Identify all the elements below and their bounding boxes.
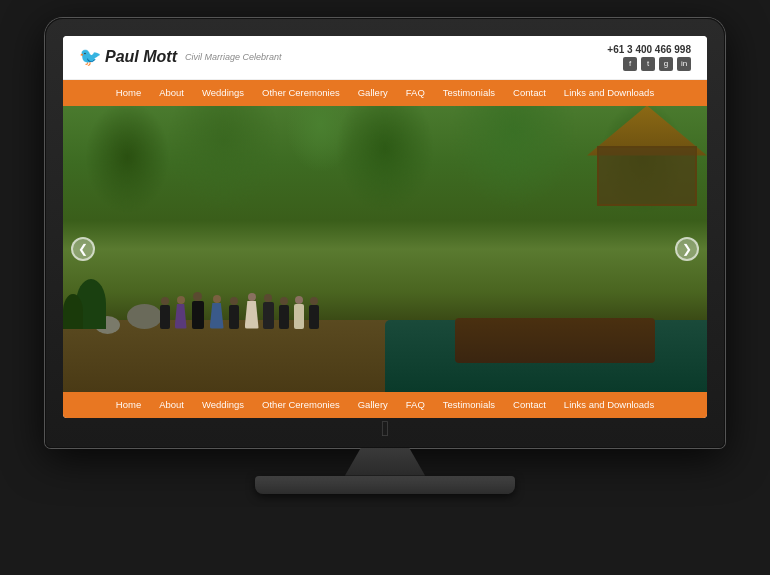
person-1-body — [160, 305, 170, 329]
bottom-nav-item-gallery[interactable]: Gallery — [350, 394, 396, 415]
rock-1 — [127, 304, 162, 329]
nav-item-other-ceremonies[interactable]: Other Ceremonies — [254, 82, 348, 103]
bottom-nav-item-about[interactable]: About — [151, 394, 192, 415]
monitor-wrapper: 🐦 Paul Mott Civil Marriage Celebrant +61… — [35, 18, 735, 558]
person-5-body — [229, 305, 239, 329]
nav-item-faq[interactable]: FAQ — [398, 82, 433, 103]
bottom-nav-item-contact[interactable]: Contact — [505, 394, 554, 415]
person-10 — [309, 297, 319, 329]
bottom-nav-item-other-ceremonies[interactable]: Other Ceremonies — [254, 394, 348, 415]
person-4-head — [213, 295, 221, 303]
bride-body — [245, 301, 259, 329]
person-5 — [229, 297, 239, 329]
site-logo: 🐦 Paul Mott Civil Marriage Celebrant — [79, 46, 282, 68]
hero-image: ❮ ❯ — [63, 106, 707, 392]
bottom-nav-item-faq[interactable]: FAQ — [398, 394, 433, 415]
people-group — [160, 200, 579, 329]
person-9-head — [295, 296, 303, 304]
person-10-body — [309, 305, 319, 329]
top-nav-bar: Home About Weddings Other Ceremonies Gal… — [63, 80, 707, 106]
person-10-head — [310, 297, 318, 305]
site-contact: +61 3 400 466 998 f t g in — [607, 44, 691, 71]
bird-logo-icon: 🐦 — [79, 46, 101, 68]
carousel-arrow-right[interactable]: ❯ — [675, 237, 699, 261]
bottom-nav-item-weddings[interactable]: Weddings — [194, 394, 252, 415]
bride-head — [248, 293, 256, 301]
person-3 — [192, 292, 204, 329]
bottom-nav-item-links-downloads[interactable]: Links and Downloads — [556, 394, 662, 415]
bottom-nav-item-home[interactable]: Home — [108, 394, 149, 415]
bottom-nav-bar: Home About Weddings Other Ceremonies Gal… — [63, 392, 707, 418]
site-header: 🐦 Paul Mott Civil Marriage Celebrant +61… — [63, 36, 707, 80]
googleplus-icon[interactable]: g — [659, 57, 673, 71]
person-1 — [160, 297, 170, 329]
groom — [263, 294, 274, 329]
phone-number: +61 3 400 466 998 — [607, 44, 691, 55]
nav-item-weddings[interactable]: Weddings — [194, 82, 252, 103]
person-3-body — [192, 301, 204, 329]
bride — [245, 293, 259, 329]
instagram-icon[interactable]: in — [677, 57, 691, 71]
site-subtitle: Civil Marriage Celebrant — [185, 52, 282, 62]
person-8-body — [279, 305, 289, 329]
person-8-head — [280, 297, 288, 305]
foreground-plant-2 — [63, 294, 83, 329]
right-arrow-icon: ❯ — [682, 242, 692, 256]
nav-item-gallery[interactable]: Gallery — [350, 82, 396, 103]
left-arrow-icon: ❮ — [78, 242, 88, 256]
imac-stand-neck — [345, 448, 425, 476]
imac-chin-logo:  — [381, 418, 389, 440]
imac-screen-bezel: 🐦 Paul Mott Civil Marriage Celebrant +61… — [45, 18, 725, 448]
nav-item-about[interactable]: About — [151, 82, 192, 103]
groom-body — [263, 302, 274, 329]
apple-logo-icon:  — [381, 416, 389, 441]
wedding-scene — [63, 106, 707, 392]
site-name: Paul Mott — [105, 48, 177, 66]
person-2-body — [175, 304, 187, 329]
person-4-body — [210, 303, 224, 329]
bottom-nav-item-testimonials[interactable]: Testimonials — [435, 394, 503, 415]
groom-head — [264, 294, 272, 302]
person-1-head — [161, 297, 169, 305]
person-2 — [175, 296, 187, 329]
nav-item-home[interactable]: Home — [108, 82, 149, 103]
imac-stand-base — [255, 476, 515, 494]
website: 🐦 Paul Mott Civil Marriage Celebrant +61… — [63, 36, 707, 418]
gazebo-body — [597, 146, 697, 206]
person-3-head — [193, 292, 202, 301]
person-2-head — [177, 296, 185, 304]
nav-item-links-downloads[interactable]: Links and Downloads — [556, 82, 662, 103]
carousel-arrow-left[interactable]: ❮ — [71, 237, 95, 261]
social-icons-group: f t g in — [607, 57, 691, 71]
person-9-body — [294, 304, 304, 329]
nav-item-contact[interactable]: Contact — [505, 82, 554, 103]
gazebo — [587, 106, 707, 206]
twitter-icon[interactable]: t — [641, 57, 655, 71]
person-5-head — [230, 297, 238, 305]
person-4 — [210, 295, 224, 329]
nav-item-testimonials[interactable]: Testimonials — [435, 82, 503, 103]
person-9 — [294, 296, 304, 329]
imac-screen: 🐦 Paul Mott Civil Marriage Celebrant +61… — [63, 36, 707, 418]
facebook-icon[interactable]: f — [623, 57, 637, 71]
person-8 — [279, 297, 289, 329]
